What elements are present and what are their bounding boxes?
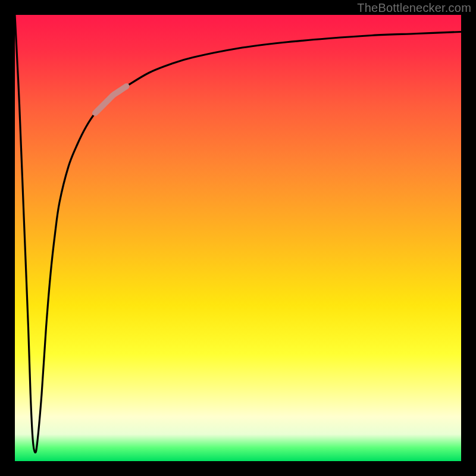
curve-highlight-segment (95, 86, 127, 113)
bottleneck-curve (15, 15, 461, 461)
curve-path (15, 15, 461, 452)
attribution-label: TheBottlenecker.com (357, 1, 471, 15)
chart-frame: TheBottlenecker.com (0, 0, 476, 476)
